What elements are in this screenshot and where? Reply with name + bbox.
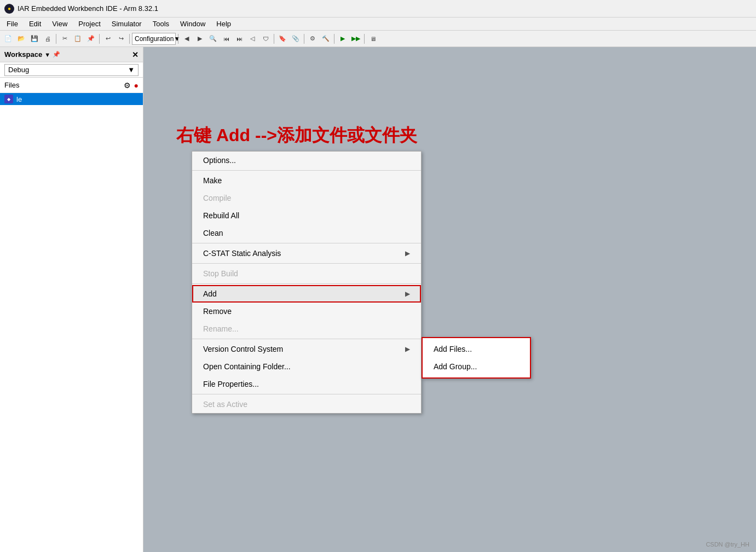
menu-clean[interactable]: Clean [192, 224, 421, 242]
config-dropdown[interactable]: Configuration ▼ [132, 33, 176, 45]
menu-remove[interactable]: Remove [192, 303, 421, 320]
toolbar-sep2 [99, 34, 100, 44]
toolbar-nav3[interactable]: ◁ [246, 33, 258, 45]
toolbar-sep3 [129, 34, 130, 44]
menu-stop-build: Stop Build [192, 265, 421, 282]
annotation-text: 右键 Add -->添加文件或文件夹 [176, 124, 417, 148]
toolbar-shield[interactable]: 🛡 [259, 33, 272, 45]
config-arrow-icon: ▼ [128, 66, 135, 74]
menu-window[interactable]: Window [176, 19, 210, 29]
toolbar-sep7 [334, 34, 334, 44]
menu-vcs[interactable]: Version Control System ▶ [192, 340, 421, 358]
toolbar-paste[interactable]: 📌 [85, 33, 97, 45]
menu-file-properties[interactable]: File Properties... [192, 375, 421, 393]
separator1 [192, 170, 421, 171]
toolbar-run[interactable]: ▶ [337, 33, 349, 45]
config-dropdown-value: Configuration [135, 35, 174, 43]
menu-edit[interactable]: Edit [25, 19, 45, 29]
menu-open-folder[interactable]: Open Containing Folder... [192, 358, 421, 375]
toolbar-new[interactable]: 📄 [2, 33, 14, 45]
toolbar-print[interactable]: 🖨 [42, 33, 54, 45]
workspace-config: Debug ▼ [0, 62, 143, 78]
context-menu: Options... Make Compile Rebuild All Clea… [192, 151, 422, 414]
app-icon: ● [4, 4, 14, 14]
toolbar-nav2[interactable]: ⏭ [233, 33, 245, 45]
toolbar-bookmark2[interactable]: 📎 [290, 33, 302, 45]
separator5 [192, 339, 421, 339]
close-icon[interactable]: ✕ [132, 50, 138, 59]
app-title: IAR Embedded Workbench IDE - Arm 8.32.1 [18, 4, 158, 13]
menu-tools[interactable]: Tools [148, 19, 174, 29]
workspace-header-icons: ✕ [132, 50, 138, 59]
file-item[interactable]: ◆ le [0, 93, 143, 105]
menu-rename: Rename... [192, 320, 421, 338]
workspace-header: Workspace ▼ 📌 ✕ [0, 47, 143, 62]
toolbar-sep8 [364, 34, 365, 44]
main-area: Workspace ▼ 📌 ✕ Debug ▼ Files ⚙ ● ◆ le [0, 47, 756, 552]
toolbar-debug[interactable]: ▶▶ [350, 33, 362, 45]
toolbar-undo[interactable]: ↩ [102, 33, 114, 45]
toolbar-nav1[interactable]: ⏮ [220, 33, 232, 45]
file-name: le [16, 95, 22, 103]
menu-add[interactable]: Add ▶ [192, 285, 421, 303]
toolbar-redo[interactable]: ↪ [115, 33, 127, 45]
menu-options[interactable]: Options... [192, 152, 421, 169]
vcs-arrow-icon: ▶ [405, 345, 410, 353]
toolbar: 📄 📂 💾 🖨 ✂ 📋 📌 ↩ ↪ Configuration ▼ ◀ ▶ 🔍 … [0, 31, 756, 47]
file-type-icon: ◆ [4, 95, 13, 103]
submenu-add: Add Files... Add Group... [422, 337, 531, 379]
workspace-panel: Workspace ▼ 📌 ✕ Debug ▼ Files ⚙ ● ◆ le [0, 47, 143, 552]
toolbar-forward[interactable]: ▶ [194, 33, 206, 45]
settings-icon[interactable]: ⚙ [124, 81, 131, 90]
dropdown-arrow-icon: ▼ [174, 35, 180, 43]
workspace-header-title: Workspace ▼ 📌 [4, 50, 60, 59]
toolbar-search[interactable]: 🔍 [207, 33, 219, 45]
toolbar-open[interactable]: 📂 [15, 33, 27, 45]
menu-set-active: Set as Active [192, 396, 421, 413]
toolbar-cut[interactable]: ✂ [59, 33, 71, 45]
dock-icon[interactable]: 📌 [53, 51, 60, 58]
record-icon[interactable]: ● [134, 81, 138, 90]
toolbar-sep1 [56, 34, 56, 44]
watermark: CSDN @try_HH [706, 541, 749, 548]
menu-make[interactable]: Make [192, 172, 421, 189]
toolbar-save[interactable]: 💾 [28, 33, 41, 45]
toolbar-bookmark[interactable]: 🔖 [276, 33, 288, 45]
menu-compile: Compile [192, 189, 421, 207]
menu-help[interactable]: Help [212, 19, 235, 29]
menu-view[interactable]: View [48, 19, 72, 29]
toolbar-sep6 [304, 34, 304, 44]
files-header: Files ⚙ ● [0, 78, 143, 93]
menu-file[interactable]: File [2, 19, 22, 29]
menu-simulator[interactable]: Simulator [107, 19, 146, 29]
separator3 [192, 263, 421, 264]
content-area: 右键 Add -->添加文件或文件夹 Options... Make Compi… [143, 47, 756, 552]
pin-icon: ▼ [44, 51, 50, 58]
files-icons: ⚙ ● [124, 81, 138, 90]
separator6 [192, 394, 421, 394]
separator4 [192, 283, 421, 284]
debug-value: Debug [8, 66, 29, 74]
toolbar-compile[interactable]: ⚙ [307, 33, 319, 45]
title-bar: ● IAR Embedded Workbench IDE - Arm 8.32.… [0, 0, 756, 18]
menu-rebuild[interactable]: Rebuild All [192, 207, 421, 224]
toolbar-sep5 [274, 34, 274, 44]
submenu-add-files[interactable]: Add Files... [423, 340, 530, 358]
toolbar-back[interactable]: ◀ [181, 33, 193, 45]
separator2 [192, 243, 421, 243]
debug-dropdown[interactable]: Debug ▼ [4, 64, 138, 76]
menu-cstat[interactable]: C-STAT Static Analysis ▶ [192, 245, 421, 262]
cstat-arrow-icon: ▶ [405, 249, 410, 257]
workspace-label: Workspace [4, 50, 42, 59]
toolbar-copy[interactable]: 📋 [72, 33, 84, 45]
toolbar-sep4 [178, 34, 178, 44]
menu-project[interactable]: Project [74, 19, 105, 29]
toolbar-chip[interactable]: 🖥 [367, 33, 379, 45]
add-arrow-icon: ▶ [405, 290, 410, 298]
toolbar-build[interactable]: 🔨 [320, 33, 332, 45]
files-label: Files [4, 81, 19, 89]
menu-bar: File Edit View Project Simulator Tools W… [0, 18, 756, 31]
submenu-add-group[interactable]: Add Group... [423, 358, 530, 375]
